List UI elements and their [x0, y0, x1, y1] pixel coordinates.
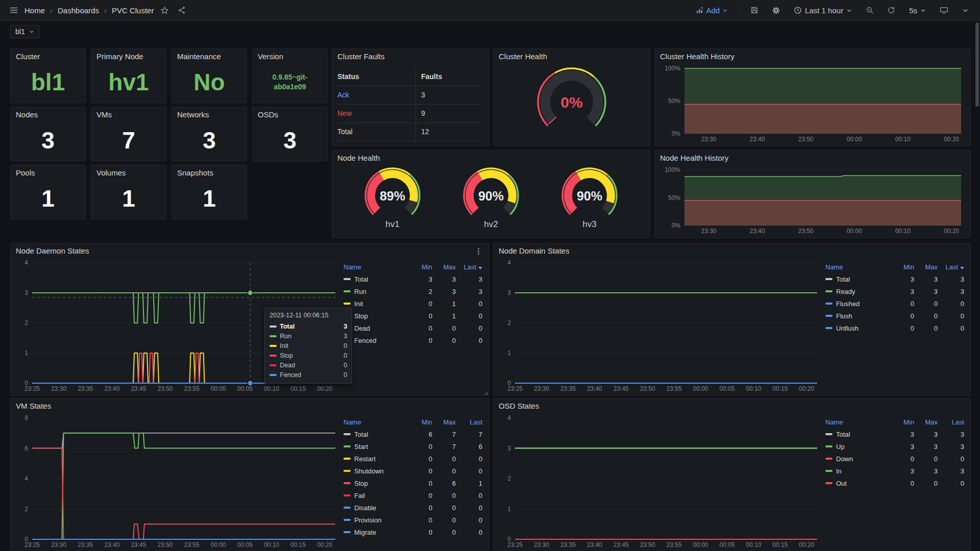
- svg-text:2: 2: [507, 319, 511, 327]
- refresh-button[interactable]: [885, 4, 898, 17]
- navbar-collapse-button[interactable]: [959, 4, 972, 17]
- svg-text:23:50: 23:50: [640, 541, 655, 548]
- legend-row[interactable]: Flush000: [825, 310, 964, 322]
- svg-text:50%: 50%: [668, 97, 680, 105]
- chart-area[interactable]: 0123423:2523:3023:3523:4023:4523:5023:55…: [15, 259, 339, 393]
- panel-title[interactable]: Pools: [11, 165, 85, 181]
- legend-row[interactable]: Fenced000: [344, 334, 482, 346]
- legend-row[interactable]: Disable000: [344, 502, 482, 514]
- legend-column-header[interactable]: Last: [456, 263, 482, 271]
- legend-row[interactable]: Shutdown000: [344, 465, 482, 477]
- series-color-icon: [825, 445, 832, 447]
- legend-row[interactable]: Stop010: [344, 310, 482, 322]
- legend-column-header[interactable]: Min: [891, 263, 914, 271]
- fault-status-total: Total: [337, 122, 415, 141]
- legend-row[interactable]: Dead000: [344, 322, 482, 334]
- legend-row[interactable]: Ready333: [825, 285, 964, 297]
- legend-column-header[interactable]: Last: [456, 418, 482, 426]
- legend-row[interactable]: Migrate000: [344, 526, 482, 538]
- panel-title[interactable]: Node Domain States: [494, 243, 970, 259]
- legend-column-header[interactable]: Min: [891, 418, 914, 426]
- panel-title[interactable]: Maintenance: [172, 49, 247, 64]
- panel-title[interactable]: Node Health: [332, 151, 650, 166]
- legend-row[interactable]: Provision000: [344, 514, 482, 526]
- fault-status-ack[interactable]: Ack: [337, 86, 415, 105]
- variable-dropdown[interactable]: bl1: [10, 25, 39, 38]
- breadcrumb-home[interactable]: Home: [24, 6, 45, 15]
- chart-svg: 0123423:2523:3023:3523:4023:4523:5023:55…: [498, 414, 821, 549]
- legend-row[interactable]: Init010: [344, 297, 482, 310]
- dashboard-settings-button[interactable]: [769, 4, 782, 17]
- panel-title[interactable]: Primary Node: [91, 49, 166, 64]
- panel-title[interactable]: VMs: [91, 107, 166, 122]
- legend-column-header[interactable]: Last: [938, 418, 964, 426]
- legend-column-header[interactable]: Max: [914, 263, 938, 271]
- zoom-out-button[interactable]: [863, 4, 876, 17]
- legend-row[interactable]: Total333: [825, 273, 964, 285]
- legend-row[interactable]: Start076: [344, 440, 482, 453]
- panel-title[interactable]: Cluster Health: [494, 49, 650, 64]
- legend-column-header[interactable]: Max: [432, 263, 456, 271]
- chart-area[interactable]: 0%50%100%23:3023:4023:5000:0000:1000:20: [659, 166, 965, 236]
- legend-row[interactable]: Restart000: [344, 453, 482, 465]
- legend-row[interactable]: Stop061: [344, 477, 482, 489]
- panel-title[interactable]: VM States: [11, 398, 488, 414]
- gauge: 0%: [523, 64, 620, 146]
- legend-column-header[interactable]: Last: [938, 263, 964, 271]
- legend-row[interactable]: Fail000: [344, 489, 482, 502]
- panel-title[interactable]: OSD States: [494, 398, 970, 414]
- menu-button[interactable]: [7, 4, 20, 17]
- legend-column-header[interactable]: Name: [344, 418, 409, 426]
- refresh-interval-dropdown[interactable]: 5s: [906, 6, 929, 15]
- legend-row[interactable]: Up333: [825, 440, 964, 453]
- chart-area[interactable]: 0246823:2523:3023:3523:4023:4523:5023:55…: [15, 414, 339, 549]
- panel-menu-button[interactable]: [472, 247, 485, 256]
- legend-row[interactable]: Run233: [344, 285, 482, 297]
- kebab-icon: [475, 247, 482, 255]
- legend-column-header[interactable]: Name: [344, 263, 409, 271]
- legend-row[interactable]: In333: [825, 465, 964, 477]
- svg-text:00:20: 00:20: [799, 385, 814, 392]
- page-scrollbar[interactable]: [975, 22, 979, 107]
- panel-title[interactable]: Node Health History: [655, 151, 970, 166]
- legend-column-header[interactable]: Max: [914, 418, 938, 426]
- panel-title[interactable]: Cluster: [11, 49, 85, 64]
- time-range-picker[interactable]: Last 1 hour: [791, 6, 855, 15]
- legend-row[interactable]: Total677: [344, 428, 482, 440]
- legend-row[interactable]: Total333: [825, 428, 964, 440]
- tv-mode-button[interactable]: [937, 4, 950, 17]
- panel-title[interactable]: Node Daemon States: [11, 243, 488, 259]
- add-panel-button[interactable]: Add: [693, 6, 731, 15]
- legend-row[interactable]: Total333: [344, 273, 482, 285]
- legend-row[interactable]: Unflush000: [825, 322, 964, 334]
- legend-column-header[interactable]: Min: [409, 263, 432, 271]
- legend-column-header[interactable]: Min: [409, 418, 432, 426]
- panel-title[interactable]: Cluster Faults: [332, 49, 488, 64]
- panel-title[interactable]: Snapshots: [172, 165, 247, 181]
- panel-title[interactable]: Volumes: [91, 165, 166, 181]
- panel-resize-handle[interactable]: [484, 391, 488, 395]
- panel-title[interactable]: OSDs: [253, 107, 327, 122]
- panel-title[interactable]: Version: [253, 49, 327, 64]
- legend-row[interactable]: Flushed000: [825, 297, 964, 310]
- legend-row[interactable]: Out000: [825, 477, 964, 489]
- legend-column-header[interactable]: Name: [825, 263, 891, 271]
- chart-area[interactable]: 0123423:2523:3023:3523:4023:4523:5023:55…: [498, 259, 821, 393]
- chart-area[interactable]: 0123423:2523:3023:3523:4023:4523:5023:55…: [498, 414, 821, 549]
- panel-title[interactable]: Networks: [172, 107, 247, 122]
- legend-row[interactable]: Down000: [825, 453, 964, 465]
- legend-column-header[interactable]: Name: [825, 418, 891, 426]
- save-dashboard-button[interactable]: [748, 4, 761, 17]
- series-color-icon: [825, 458, 832, 460]
- gauge-svg: 0%: [523, 64, 620, 132]
- legend-header-row: NameMinMaxLast: [825, 416, 964, 428]
- fault-status-new[interactable]: New: [337, 104, 415, 123]
- svg-text:23:55: 23:55: [184, 385, 200, 392]
- chart-area[interactable]: 0%50%100%23:3023:4023:5000:0000:1000:20: [659, 64, 965, 144]
- panel-title[interactable]: Nodes: [11, 107, 85, 122]
- legend-column-header[interactable]: Max: [432, 418, 456, 426]
- favorite-button[interactable]: [158, 4, 171, 17]
- share-button[interactable]: [175, 4, 188, 17]
- panel-title[interactable]: Cluster Health History: [655, 49, 970, 64]
- breadcrumb-dashboards[interactable]: Dashboards: [58, 6, 99, 15]
